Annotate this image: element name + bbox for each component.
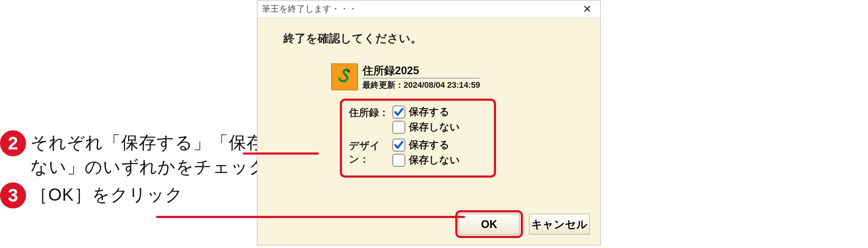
step-badge-2: 2 xyxy=(0,130,26,156)
file-meta-label: 最終更新： xyxy=(362,80,404,89)
file-snake-icon xyxy=(331,63,358,90)
dialog-titlebar: 筆王を終了します・・・ ✕ xyxy=(257,0,600,18)
choice-label: 保存しない xyxy=(409,120,460,134)
step-badge-3: 3 xyxy=(0,182,26,208)
file-info-block: 住所録2025 最終更新：2024/08/04 23:14:59 xyxy=(331,63,574,91)
file-name: 住所録2025 xyxy=(362,63,480,79)
checkbox-icon xyxy=(392,106,405,119)
file-meta-value: 2024/08/04 23:14:59 xyxy=(404,80,480,89)
choice-address-save[interactable]: 保存する xyxy=(392,105,460,119)
instruction-panel: 2 それぞれ「保存する」「保存し ない」のいずれかをチェック 3 ［OK］をクリ… xyxy=(0,130,283,212)
ok-button-highlight: OK xyxy=(455,210,523,238)
choice-label: 保存する xyxy=(409,105,450,119)
callout-line-to-ok xyxy=(156,216,465,218)
callout-line-to-options xyxy=(243,152,319,155)
option-group-design: デザイン： 保存する 保存しない xyxy=(349,138,487,169)
dialog-title: 筆王を終了します・・・ xyxy=(262,3,579,15)
svg-point-0 xyxy=(347,70,349,72)
option-label-address: 住所録： xyxy=(349,105,392,119)
file-texts: 住所録2025 最終更新：2024/08/04 23:14:59 xyxy=(362,63,480,91)
checkbox-icon xyxy=(392,121,405,134)
choice-design-nosave[interactable]: 保存しない xyxy=(392,153,460,167)
option-choices-design: 保存する 保存しない xyxy=(392,138,460,169)
close-icon[interactable]: ✕ xyxy=(579,2,596,16)
dialog-body: 終了を確認してください。 住所録2025 最終更新：2024/08/04 23:… xyxy=(257,18,600,245)
choice-label: 保存しない xyxy=(409,153,460,167)
step-text-3: ［OK］をクリック xyxy=(30,182,183,207)
instruction-step-3: 3 ［OK］をクリック xyxy=(0,182,283,208)
choice-label: 保存する xyxy=(409,138,450,152)
exit-dialog: 筆王を終了します・・・ ✕ 終了を確認してください。 住所録2025 最終更新：… xyxy=(257,0,601,245)
option-label-design: デザイン： xyxy=(349,138,392,166)
choice-address-nosave[interactable]: 保存しない xyxy=(392,120,460,134)
option-choices-address: 保存する 保存しない xyxy=(392,105,460,136)
ok-button[interactable]: OK xyxy=(459,214,519,235)
file-meta: 最終更新：2024/08/04 23:14:59 xyxy=(362,79,480,91)
option-group-address: 住所録： 保存する 保存しない xyxy=(349,105,487,136)
confirm-heading: 終了を確認してください。 xyxy=(283,31,574,46)
dialog-button-bar: OK キャンセル xyxy=(455,210,590,238)
choice-design-save[interactable]: 保存する xyxy=(392,138,460,152)
step-text-2: それぞれ「保存する」「保存し ない」のいずれかをチェック xyxy=(30,130,283,179)
checkbox-icon xyxy=(392,154,405,167)
cancel-button[interactable]: キャンセル xyxy=(529,214,590,235)
checkbox-icon xyxy=(392,139,405,152)
save-options-group: 住所録： 保存する 保存しない xyxy=(340,99,496,178)
instruction-step-2: 2 それぞれ「保存する」「保存し ない」のいずれかをチェック xyxy=(0,130,283,179)
